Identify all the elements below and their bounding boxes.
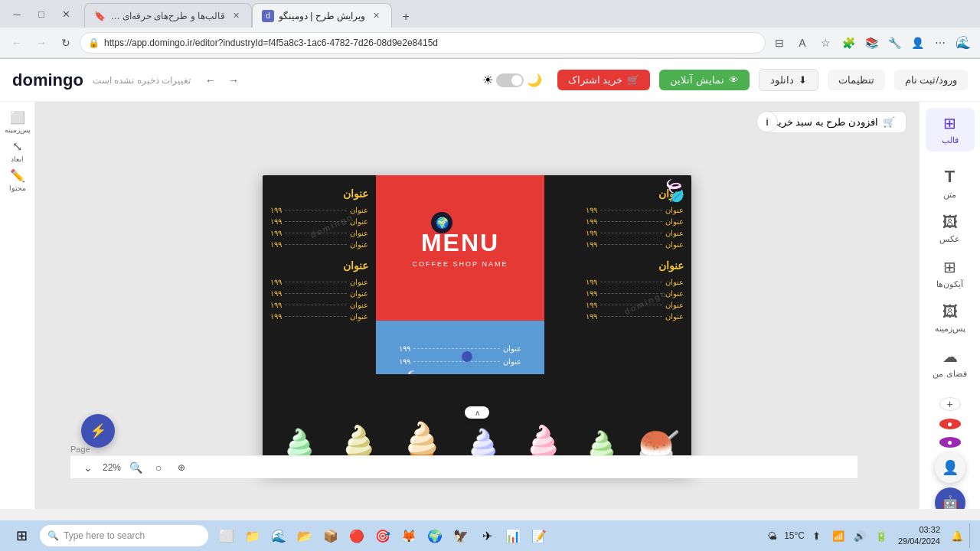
tool-bg[interactable]: 🖼 پس‌زمینه [926, 297, 975, 340]
dark-mode-toggle[interactable]: 🌙 ☀ [482, 73, 542, 87]
close-button[interactable]: ✕ [55, 3, 77, 24]
tab-1[interactable]: 🔖 قالب‌ها و طرح‌های حرفه‌ای و رایگان ✕ [84, 3, 252, 28]
settings-button[interactable]: تنظیمات [828, 70, 885, 90]
menu-item-3: عنوان ۱۹۹ [270, 229, 368, 237]
profile-button[interactable]: 👤 [906, 32, 928, 54]
buy-button[interactable]: 🛒 خرید اشتراک [557, 70, 651, 90]
excel-icon[interactable]: 📊 [501, 523, 525, 548]
app4-icon[interactable]: 🦅 [449, 523, 473, 548]
cart-add-icon: 🛒 [883, 116, 895, 128]
forward-button[interactable]: → [31, 32, 52, 54]
show-desktop-button[interactable] [969, 523, 974, 548]
split-view-button[interactable]: ⊟ [769, 32, 790, 54]
browser-window-controls: ─ □ ✕ [6, 3, 77, 24]
tool-text[interactable]: T متن [926, 161, 975, 206]
toggle-switch[interactable] [496, 73, 524, 87]
zoom-dropdown-button[interactable]: ⌄ [80, 459, 96, 476]
info-button[interactable]: i [756, 111, 778, 132]
collections-button[interactable]: 📚 [861, 32, 882, 54]
file-explorer-icon[interactable]: 📁 [240, 523, 265, 548]
side-action-red2[interactable]: ● [939, 437, 961, 448]
volume-icon[interactable]: 🔊 [851, 527, 869, 545]
undo-button[interactable]: ← [200, 70, 221, 91]
tool-dimensions[interactable]: ⤡ ابعاد [4, 137, 31, 165]
r-menu-item-5: عنوان ۱۹۹ [586, 278, 684, 286]
left-section-title-1: عنوان [270, 187, 368, 200]
menu-item-2: عنوان ۱۹۹ [270, 217, 368, 226]
zoom-bar: ⌄ 22% 🔍 ○ ⊕ [70, 455, 858, 478]
maximize-button[interactable]: □ [31, 3, 52, 24]
reload-button[interactable]: ↻ [55, 32, 77, 54]
tab-bar: 🔖 قالب‌ها و طرح‌های حرفه‌ای و رایگان ✕ d… [84, 0, 416, 28]
unsaved-indicator: تغییرات ذخیره نشده است [93, 75, 191, 86]
side-action-red1[interactable]: ● [939, 419, 961, 429]
telegram-icon[interactable]: ✈ [475, 523, 499, 548]
login-button[interactable]: ورود/ثبت نام [894, 70, 968, 90]
taskview-button[interactable]: ⬜ [214, 523, 239, 548]
zoom-out-button[interactable]: 🔍 [127, 459, 144, 476]
app1-icon[interactable]: 📦 [318, 523, 343, 548]
new-tab-button[interactable]: + [395, 6, 416, 28]
add-to-cart-button[interactable]: 🛒 افزودن طرح به سبد خرید [762, 111, 906, 133]
myspace-icon: ☁ [942, 347, 958, 366]
side-action-add[interactable]: + [939, 397, 961, 411]
tool-template[interactable]: ⊞ قالب [926, 108, 975, 152]
zoom-in-button[interactable]: ⊕ [173, 459, 190, 476]
ai-image-button[interactable]: 👤 [935, 452, 965, 483]
menu-subtitle: COFFEE SHOP NAME [413, 260, 508, 268]
zoom-level: 22% [103, 462, 121, 473]
chrome-icon[interactable]: 🌍 [423, 523, 447, 548]
tab-2[interactable]: d ویرایش طرح | دومینگو ✕ [252, 3, 392, 28]
tab-2-close[interactable]: ✕ [370, 10, 382, 22]
taskbar: ⊞ 🔍 Type here to search ⬜ 📁 🌊 📂 📦 🔴 🎯 🦊 … [0, 520, 980, 551]
taskbar-search[interactable]: 🔍 Type here to search [40, 525, 208, 546]
redo-button[interactable]: → [223, 70, 244, 91]
tool-image[interactable]: 🖼 عکس [926, 207, 975, 250]
tool-content[interactable]: ✏️ محتوا [4, 166, 31, 194]
tool-myspace[interactable]: ☁ فضای من [926, 341, 975, 385]
tool-background[interactable]: ⬜ پس‌زمینه [4, 108, 31, 135]
canvas-expand-button[interactable]: ∧ [465, 406, 489, 419]
browser-tools-button[interactable]: 🔧 [884, 32, 905, 54]
reader-mode-button[interactable]: A [792, 32, 813, 54]
ai-assistant-button[interactable]: 🤖 [935, 487, 965, 509]
weather-icon[interactable]: 🌤 [763, 527, 781, 545]
browser-toolbar: ← → ↻ 🔒 https://app.domingo.ir/editor?in… [0, 28, 980, 58]
address-bar[interactable]: 🔒 https://app.domingo.ir/editor?industry… [80, 32, 766, 54]
sun-icon: ☀ [482, 73, 493, 87]
download-button[interactable]: ⬇ دانلود [759, 69, 818, 91]
app2-icon[interactable]: 🔴 [345, 523, 369, 548]
firefox-icon[interactable]: 🦊 [397, 523, 421, 548]
favorites-button[interactable]: ☆ [815, 32, 836, 54]
tab-1-close[interactable]: ✕ [230, 10, 242, 22]
tray-icon-1[interactable]: ⬆ [808, 527, 826, 545]
app3-icon[interactable]: 🎯 [371, 523, 395, 548]
taskbar-tray: 🌤 15°C ⬆ 📶 🔊 🔋 03:32 29/04/2024 🔔 [763, 523, 974, 548]
canvas-wrapper: domingo domingo domingo عنوان عنوان ۱۹۹ … [263, 175, 691, 474]
network-icon[interactable]: 📶 [829, 527, 848, 545]
edge-taskbar-icon[interactable]: 🌊 [266, 523, 291, 548]
edge-icon[interactable]: 🌊 [952, 32, 974, 54]
notifications-icon[interactable]: 🔔 [948, 527, 966, 545]
file-manager-icon[interactable]: 📂 [292, 523, 317, 548]
more-button[interactable]: ⋯ [929, 32, 951, 54]
start-button[interactable]: ⊞ [6, 523, 37, 548]
browser-chrome: ─ □ ✕ 🔖 قالب‌ها و طرح‌های حرفه‌ای و رایگ… [0, 0, 980, 59]
search-placeholder: Type here to search [64, 530, 145, 541]
canvas-area: 🛒 افزودن طرح به سبد خرید i domingo domin… [35, 102, 919, 509]
design-canvas[interactable]: domingo domingo domingo عنوان عنوان ۱۹۹ … [263, 175, 691, 474]
blue-dot-decoration [462, 351, 472, 362]
back-button[interactable]: ← [6, 32, 28, 54]
battery-icon[interactable]: 🔋 [872, 527, 890, 545]
word-icon[interactable]: 📝 [527, 523, 551, 548]
clock-date: 29/04/2024 [898, 536, 940, 547]
dimensions-icon: ⤡ [12, 139, 22, 154]
online-preview-button[interactable]: 👁 نمایش آنلاین [659, 70, 750, 90]
minimize-button[interactable]: ─ [6, 3, 28, 24]
image-icon: 🖼 [942, 214, 958, 231]
fab-tool-button[interactable]: ⚡ [81, 414, 115, 448]
extensions-button[interactable]: 🧩 [838, 32, 859, 54]
zoom-search-button[interactable]: ○ [150, 459, 167, 476]
system-clock[interactable]: 03:32 29/04/2024 [893, 524, 945, 548]
tool-icons[interactable]: ⊞ آیکون‌ها [926, 252, 975, 295]
